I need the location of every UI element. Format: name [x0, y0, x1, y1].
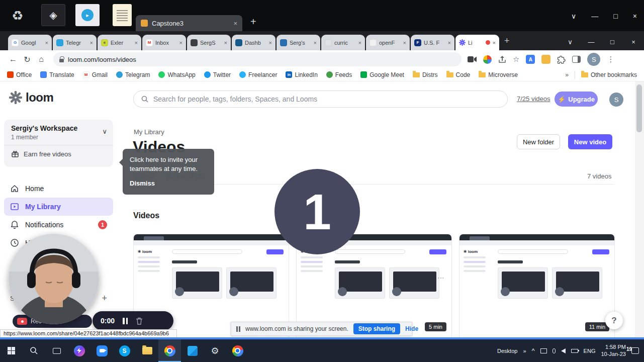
taskbar-skype-button[interactable]: S [113, 339, 136, 362]
tab-search-chevron-button[interactable]: ∨ [560, 33, 581, 50]
video-card[interactable]: ✳ loom 11 min [459, 234, 615, 339]
close-tab-icon[interactable]: × [45, 40, 48, 46]
close-tab-icon[interactable]: × [269, 40, 272, 46]
desktop-toolbar-label[interactable]: Desktop [497, 348, 517, 354]
browser-tab[interactable]: MInbox× [142, 35, 186, 50]
browser-tab[interactable]: curric× [321, 35, 365, 50]
task-view-button[interactable] [45, 339, 68, 362]
taskbar-zoom-button[interactable] [90, 339, 113, 362]
window-minimize-button[interactable]: — [591, 12, 598, 20]
bookmark-whatsapp[interactable]: WhatsApp [158, 71, 195, 78]
window-close-button[interactable]: × [633, 12, 637, 20]
taskbar-file-explorer-button[interactable] [136, 339, 158, 362]
background-window-tab[interactable]: Capstone3 × [136, 15, 242, 31]
browser-tab[interactable]: Dashb× [232, 35, 275, 50]
sidebar-item-home[interactable]: Home [4, 179, 113, 198]
bookmark-translate[interactable]: Translate [40, 71, 74, 78]
side-panel-icon[interactable] [572, 56, 581, 63]
bookmark-telegram[interactable]: Telegram [116, 71, 150, 78]
close-tab-icon[interactable]: × [493, 40, 496, 46]
stop-sharing-button[interactable]: Stop sharing [353, 323, 400, 334]
loom-search-bar[interactable] [133, 90, 508, 108]
window-chevron-button[interactable]: ∨ [571, 12, 576, 20]
close-tab-icon[interactable]: × [448, 40, 451, 46]
new-tab-button[interactable]: + [504, 36, 510, 46]
chrome-close-button[interactable]: × [623, 33, 644, 50]
address-bar[interactable]: loom.com/looms/videos [53, 52, 462, 66]
close-tab-icon[interactable]: × [224, 40, 227, 46]
browser-tab[interactable]: GGoogl× [8, 35, 52, 50]
volume-icon[interactable] [561, 348, 566, 353]
taskbar-vscode-button[interactable] [181, 339, 204, 362]
telegram-app-icon[interactable]: ▸ [75, 4, 100, 26]
reload-button[interactable]: ↻ [20, 52, 34, 66]
language-indicator[interactable]: ENG [584, 348, 596, 354]
bookmark-gmail[interactable]: MGmail [83, 71, 108, 78]
action-center-button[interactable]: 19 [631, 347, 639, 354]
loom-profile-avatar[interactable]: S [609, 93, 623, 107]
hide-banner-button[interactable]: Hide [405, 325, 418, 332]
bookmark-feeds[interactable]: Feeds [326, 71, 352, 78]
other-bookmarks-button[interactable]: Other bookmarks [581, 71, 637, 78]
close-tab-icon[interactable]: × [314, 40, 317, 46]
browser-tab[interactable]: eExler× [98, 35, 141, 50]
back-button[interactable]: ← [6, 52, 20, 66]
bookmark-folder-microverse[interactable]: Microverse [479, 71, 518, 78]
chrome-minimize-button[interactable]: — [581, 33, 602, 50]
toolbar-overflow-chevron[interactable]: » [523, 348, 526, 354]
browser-tab[interactable]: Serg's× [277, 35, 320, 50]
loom-logo[interactable]: loom [9, 90, 53, 105]
earn-free-videos-button[interactable]: Earn free videos [4, 146, 113, 161]
video-quota-link[interactable]: 7/25 videos [517, 95, 550, 103]
taskbar-search-button[interactable] [23, 339, 45, 362]
start-button[interactable] [0, 339, 23, 362]
browser-tab-active[interactable]: Li × [455, 35, 499, 50]
new-video-button[interactable]: New video [568, 134, 612, 149]
bookmark-google-meet[interactable]: Google Meet [360, 71, 404, 78]
extensions-puzzle-icon[interactable] [557, 55, 566, 64]
browser-profile-avatar[interactable]: S [587, 53, 600, 66]
lock-icon[interactable] [59, 59, 64, 62]
search-input[interactable] [153, 95, 500, 103]
webcam-bubble[interactable] [9, 234, 99, 324]
google-account-icon[interactable] [483, 55, 492, 64]
window-maximize-button[interactable]: □ [613, 12, 617, 20]
bookmark-star-icon[interactable]: ☆ [513, 55, 519, 64]
microphone-icon[interactable] [553, 348, 556, 353]
browser-tab[interactable]: Telegr× [53, 35, 97, 50]
taskbar-messenger-button[interactable] [68, 339, 90, 362]
taskbar-chrome-secondary-button[interactable] [226, 339, 249, 362]
close-tab-icon[interactable]: × [179, 40, 182, 46]
workspace-selector[interactable]: Sergiy's Workspace 1 member ∨ [4, 120, 113, 144]
pause-button[interactable] [123, 318, 128, 324]
page-scrollbar[interactable] [635, 81, 644, 339]
add-space-button[interactable]: + [102, 293, 107, 304]
trash-button[interactable] [136, 317, 143, 325]
browser-tab[interactable]: openF× [366, 35, 410, 50]
card-menu-kebab-icon[interactable]: ⋯ [437, 274, 444, 282]
taskbar-settings-button[interactable]: ⚙ [204, 339, 226, 362]
close-tab-icon[interactable]: × [135, 40, 138, 46]
sidebar-item-my-library[interactable]: My Library [4, 198, 113, 216]
new-tab-button[interactable]: + [250, 16, 256, 28]
chrome-maximize-button[interactable]: □ [602, 33, 623, 50]
tab-sharing-camera-icon[interactable] [468, 56, 477, 63]
dismiss-button[interactable]: Dismiss [130, 179, 207, 188]
bookmark-twitter[interactable]: Twitter [204, 71, 231, 78]
home-button[interactable]: ⌂ [34, 52, 48, 66]
scrollbar-thumb[interactable] [636, 84, 642, 132]
tray-expand-chevron[interactable]: ^ [532, 347, 535, 354]
close-tab-icon[interactable]: × [358, 40, 361, 46]
bookmark-linkedin[interactable]: inLinkedIn [286, 71, 317, 78]
bookmarks-overflow-chevron[interactable]: » [565, 71, 569, 78]
browser-tab[interactable]: SergS× [187, 35, 231, 50]
unity-app-icon[interactable]: ◈ [41, 4, 65, 26]
bookmark-office[interactable]: Office [7, 71, 32, 78]
share-icon[interactable] [498, 55, 506, 63]
close-tab-icon[interactable]: × [233, 20, 237, 27]
taskbar-chrome-button[interactable] [158, 339, 181, 362]
notes-extension-icon[interactable] [541, 55, 550, 64]
upgrade-button[interactable]: ⚡Upgrade [555, 92, 598, 107]
close-tab-icon[interactable]: × [90, 40, 93, 46]
translate-extension-icon[interactable]: A [526, 55, 535, 64]
